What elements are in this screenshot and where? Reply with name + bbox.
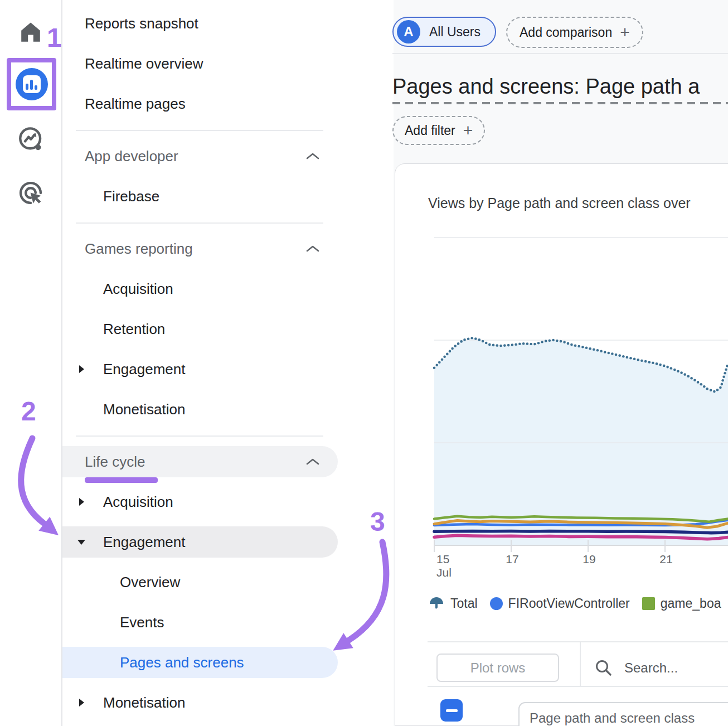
total-dot (690, 377, 693, 380)
sidebar-section-games-reporting[interactable]: Games reporting (62, 233, 338, 264)
sidebar-item-monetisation[interactable]: Monetisation (62, 394, 338, 425)
total-dot (577, 345, 580, 348)
all-users-segment-chip[interactable]: A All Users (392, 17, 496, 47)
sidebar-divider (76, 130, 323, 131)
total-dot (470, 337, 473, 340)
sidebar-item-overview[interactable]: Overview (62, 567, 338, 598)
segment-avatar: A (397, 20, 420, 43)
total-dot (608, 352, 610, 355)
select-all-checkbox[interactable] (440, 699, 463, 722)
step-1-badge: 1 (47, 22, 62, 53)
search-input[interactable] (623, 660, 709, 676)
views-over-time-chart[interactable]: 15Jul171921 (392, 225, 728, 582)
sidebar-item-label: Life cycle (62, 453, 145, 471)
total-dot (680, 371, 683, 374)
sidebar-item-pages-and-screens[interactable]: Pages and screens (62, 647, 338, 678)
legend-item-game-board[interactable]: game_boa (642, 596, 721, 611)
total-dot (478, 338, 481, 341)
total-dot (725, 369, 727, 371)
sidebar-item-engagement[interactable]: Engagement (62, 526, 338, 558)
controls-divider-bottom (428, 686, 728, 687)
total-dot (474, 337, 477, 340)
bar-chart-icon (23, 75, 41, 93)
sidebar-item-realtime-pages[interactable]: Realtime pages (62, 88, 338, 119)
chevron-up-icon[interactable] (305, 152, 320, 163)
total-dot (656, 362, 658, 365)
sidebar-item-events[interactable]: Events (62, 607, 338, 638)
sidebar-item-label: App developer (62, 148, 178, 165)
x-tick-label: 21 (659, 553, 672, 565)
total-dot (596, 349, 599, 352)
plot-rows-button[interactable]: Plot rows (436, 654, 559, 682)
step-2-badge: 2 (21, 396, 36, 427)
sidebar-item-acquisition[interactable]: Acquisition (62, 486, 338, 517)
expand-arrow-right-icon[interactable] (76, 687, 87, 718)
table-search[interactable] (594, 654, 728, 682)
plus-icon: + (463, 122, 473, 139)
total-dot (552, 339, 555, 342)
sidebar-item-label: Retention (62, 321, 165, 338)
total-dot (683, 373, 686, 376)
total-dot (435, 364, 438, 366)
total-dot (545, 340, 547, 342)
total-dot (663, 365, 666, 367)
sidebar-section-life-cycle[interactable]: Life cycle (62, 446, 338, 477)
legend-label: game_boa (661, 596, 721, 611)
x-tick-label: 17 (506, 553, 518, 565)
chart-legend: Total FIRootViewController game_boa (428, 592, 728, 614)
chevron-up-icon[interactable] (305, 457, 320, 468)
total-dot (589, 347, 591, 350)
add-comparison-button[interactable]: Add comparison + (506, 17, 643, 48)
total-dot (457, 342, 460, 345)
expand-arrow-down-icon[interactable] (76, 526, 87, 558)
reports-sidebar: Reports snapshotRealtime overviewRealtim… (62, 0, 394, 726)
sidebar-item-monetisation[interactable]: Monetisation (62, 687, 338, 718)
sidebar-item-label: Games reporting (62, 240, 193, 258)
total-dot (700, 383, 703, 386)
total-dot (687, 375, 690, 377)
sidebar-item-label: Realtime overview (62, 55, 203, 72)
total-dot (533, 343, 536, 346)
legend-item-total[interactable]: Total (428, 595, 478, 612)
advertising-nav-button[interactable] (0, 177, 61, 209)
sidebar-item-label: Acquisition (62, 280, 173, 298)
total-dot (451, 347, 454, 350)
reports-nav-button[interactable] (16, 68, 48, 100)
indeterminate-mark (446, 709, 458, 712)
dimension-selector[interactable]: Page path and screen class (518, 702, 728, 726)
total-dot (485, 342, 488, 345)
total-dot (570, 343, 573, 346)
search-icon (594, 659, 613, 677)
total-dot (556, 340, 559, 342)
explore-nav-button[interactable] (0, 124, 61, 155)
total-dot (526, 342, 529, 345)
sidebar-item-realtime-overview[interactable]: Realtime overview (62, 48, 338, 79)
add-filter-button[interactable]: Add filter + (392, 116, 485, 145)
total-dot (697, 381, 700, 384)
total-dot (666, 366, 669, 369)
sidebar-item-label: Monetisation (62, 401, 185, 418)
total-dot (511, 343, 514, 346)
header-divider (392, 53, 728, 54)
total-dot (574, 344, 577, 347)
legend-item-firootviewcontroller[interactable]: FIRootViewController (490, 596, 630, 611)
sidebar-item-acquisition[interactable]: Acquisition (62, 273, 338, 304)
total-dot (622, 355, 625, 358)
series-line (434, 531, 728, 533)
sidebar-item-reports-snapshot[interactable]: Reports snapshot (62, 8, 338, 39)
chevron-up-icon[interactable] (305, 244, 320, 255)
sidebar-item-firebase[interactable]: Firebase (62, 181, 338, 212)
sidebar-section-app-developer[interactable]: App developer (62, 141, 338, 172)
total-dot (677, 370, 680, 372)
expand-arrow-right-icon[interactable] (76, 486, 87, 517)
total-dot (722, 376, 725, 379)
total-area-fill (434, 338, 728, 545)
expand-arrow-right-icon[interactable] (76, 354, 87, 385)
total-dot (626, 356, 629, 359)
total-dot (600, 350, 603, 353)
sidebar-item-retention[interactable]: Retention (62, 313, 338, 345)
sidebar-item-engagement[interactable]: Engagement (62, 354, 338, 385)
total-dot (503, 344, 506, 347)
sidebar-item-label: Firebase (62, 188, 159, 205)
total-dot (446, 353, 449, 356)
